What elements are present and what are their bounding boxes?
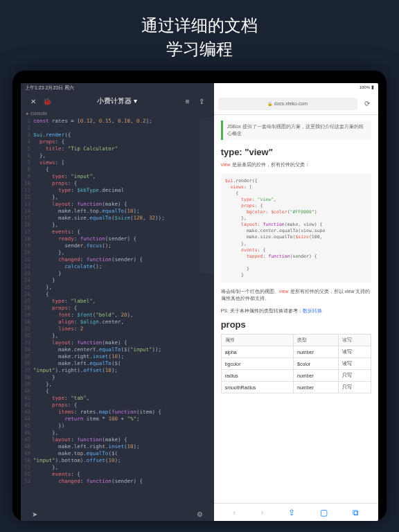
bookmarks-icon[interactable]: ▢	[320, 508, 328, 517]
table-row: smoothRadiusnumber只写	[221, 382, 371, 393]
doc-paragraph: PS: 关于各种属性的类型转换请参考：数据转换	[221, 308, 371, 314]
doc-code-block: $ui.render({ views: [ { type: "view", pr…	[221, 174, 371, 283]
status-bar-right: 100% ▮	[214, 83, 378, 93]
share-icon[interactable]: ⇪	[197, 96, 206, 106]
bug-icon[interactable]: 🐞	[42, 96, 52, 106]
doc-heading-type: type: "view"	[221, 147, 371, 157]
settings-icon[interactable]: ⚙	[195, 509, 205, 519]
code-area[interactable]: 1234567891011121314151617181920212223242…	[21, 118, 214, 507]
minimap[interactable]	[200, 118, 214, 507]
table-row: radiusnumber只写	[221, 370, 371, 382]
battery-indicator: 100% ▮	[360, 85, 374, 91]
tablet-frame: 上午1:23 2月23日 周六 ✕ 🐞 小费计算器 ▾ ≡ ⇪ ▸ consol…	[12, 71, 387, 521]
editor-footer: ➤ ⚙	[21, 507, 214, 521]
url-bar[interactable]: 🔒 docs.xteko.com	[218, 98, 357, 110]
run-icon[interactable]: ➤	[30, 509, 39, 519]
code-content[interactable]: const rates = [0.12, 0.15, 0.18, 0.2]; $…	[33, 118, 214, 507]
status-bar: 上午1:23 2月23日 周六	[21, 83, 214, 93]
hero-heading: 通过详细的文档 学习编程	[0, 0, 399, 71]
doc-paragraph: 将会绘制一个红色的视图。view 是所有控件的父类，所以 view 支持的属性其…	[221, 288, 371, 302]
editor-header: ✕ 🐞 小费计算器 ▾ ≡ ⇪	[21, 93, 214, 109]
list-icon[interactable]: ≡	[183, 96, 193, 106]
back-icon[interactable]: ‹	[233, 508, 236, 517]
doc-heading-props: props	[221, 319, 371, 330]
share-icon[interactable]: ⇪	[288, 508, 295, 517]
url-text: docs.xteko.com	[274, 101, 308, 106]
console-tab[interactable]: ▸ console	[21, 109, 214, 118]
doc-paragraph: view 是最基层的控件，所有控件的父类：	[221, 161, 371, 168]
props-table: 属性类型读写 alphanumber读写bgcolor$color读写radiu…	[221, 334, 371, 393]
browser-footer: ‹ › ⇪ ▢ ⧉	[214, 503, 378, 521]
editor-title[interactable]: 小费计算器 ▾	[54, 96, 181, 106]
reload-icon[interactable]: ⟳	[362, 99, 372, 109]
lock-icon: 🔒	[267, 101, 272, 106]
table-row: alphanumber读写	[221, 346, 371, 358]
docs-browser-pane: 100% ▮ 🔒 docs.xteko.com ⟳ JSBox 提供了一套绘制视…	[214, 83, 378, 521]
browser-toolbar: 🔒 docs.xteko.com ⟳	[214, 93, 378, 115]
table-row: bgcolor$color读写	[221, 358, 371, 370]
doc-content[interactable]: JSBox 提供了一套绘制视图的方案，这里我们介绍这套方案的核心概念 type:…	[214, 115, 378, 503]
tabs-icon[interactable]: ⧉	[353, 508, 359, 517]
table-header: 属性	[221, 335, 293, 346]
close-icon[interactable]: ✕	[28, 96, 38, 106]
code-editor-pane: 上午1:23 2月23日 周六 ✕ 🐞 小费计算器 ▾ ≡ ⇪ ▸ consol…	[21, 83, 214, 521]
table-header: 读写	[339, 335, 371, 346]
table-header: 类型	[294, 335, 339, 346]
doc-intro-quote: JSBox 提供了一套绘制视图的方案，这里我们介绍这套方案的核心概念	[221, 121, 371, 140]
forward-icon[interactable]: ›	[260, 508, 263, 517]
line-gutter: 1234567891011121314151617181920212223242…	[21, 118, 33, 507]
tablet-screen: 上午1:23 2月23日 周六 ✕ 🐞 小费计算器 ▾ ≡ ⇪ ▸ consol…	[21, 83, 378, 521]
status-time: 上午1:23 2月23日 周六	[25, 85, 74, 91]
